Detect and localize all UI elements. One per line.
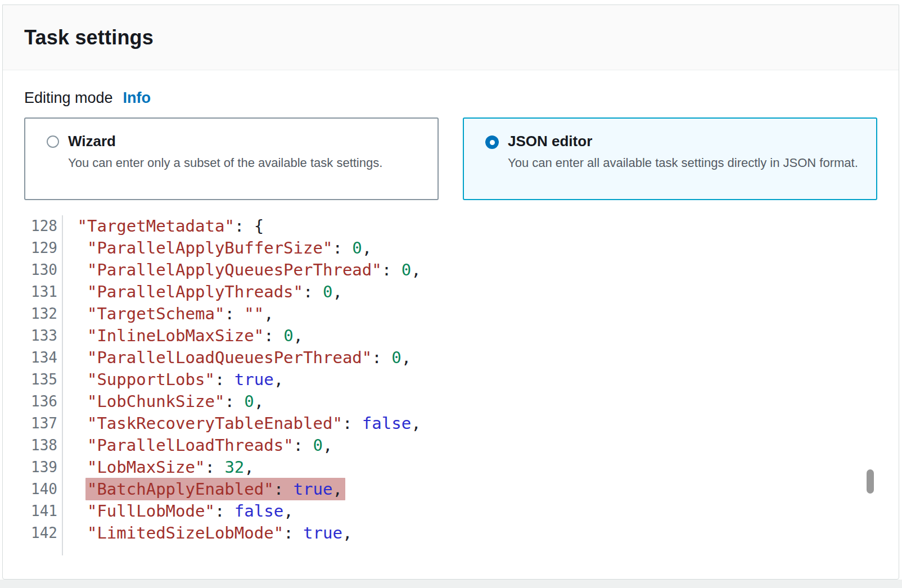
editing-mode-options: Wizard You can enter only a subset of th… — [24, 117, 877, 200]
json-key: LimitedSizeLobMode — [87, 523, 283, 542]
option-tile-wizard[interactable]: Wizard You can enter only a subset of th… — [24, 117, 439, 200]
json-key: FullLobMode — [87, 501, 215, 521]
option-title: Wizard — [68, 132, 382, 150]
radio-unselected-icon[interactable] — [47, 135, 59, 148]
code-text[interactable]: SupportLobs: true, — [63, 369, 283, 391]
code-text[interactable]: ParallelLoadQueuesPerThread: 0, — [63, 347, 411, 369]
json-value: 0 — [402, 260, 411, 279]
page-background-strip — [0, 580, 902, 588]
line-number: 130 — [3, 259, 63, 281]
json-value: 32 — [224, 458, 244, 477]
line-number: 137 — [3, 413, 63, 435]
json-value: { — [254, 216, 264, 236]
radio-dot — [490, 140, 495, 145]
line-number: 139 — [3, 456, 63, 478]
line-number: 138 — [3, 435, 63, 456]
json-key: TaskRecoveryTableEnabled — [87, 414, 342, 433]
line-number: 135 — [3, 369, 63, 391]
json-key: ParallelLoadQueuesPerThread — [87, 348, 372, 367]
json-value: 0 — [244, 392, 254, 411]
json-value: "" — [244, 304, 264, 323]
code-text[interactable]: ParallelApplyQueuesPerThread: 0, — [63, 259, 421, 281]
json-key: ParallelApplyThreads — [87, 282, 303, 301]
code-text[interactable]: LobChunkSize: 0, — [63, 391, 264, 413]
code-line-highlighted[interactable]: 140 BatchApplyEnabled: true, — [3, 478, 899, 500]
gutter-tail — [3, 544, 899, 555]
code-text[interactable]: LimitedSizeLobMode: true, — [63, 522, 352, 544]
json-key: LobChunkSize — [87, 392, 224, 411]
json-key: TargetSchema — [87, 304, 224, 323]
option-title: JSON editor — [508, 132, 858, 150]
json-value: 0 — [313, 436, 323, 455]
json-key: LobMaxSize — [87, 458, 205, 477]
code-line[interactable]: 142 LimitedSizeLobMode: true, — [3, 522, 899, 544]
code-line[interactable]: 138 ParallelLoadThreads: 0, — [3, 435, 899, 456]
json-value: true — [294, 480, 333, 499]
code-line[interactable]: 141 FullLobMode: false, — [3, 500, 899, 522]
code-line[interactable]: 139 LobMaxSize: 32, — [3, 456, 899, 478]
code-text[interactable]: ParallelApplyThreads: 0, — [63, 281, 342, 303]
option-text: JSON editor You can enter all available … — [508, 132, 858, 186]
scrollbar-thumb[interactable] — [867, 469, 874, 494]
code-line[interactable]: 128 TargetMetadata: { — [3, 215, 899, 237]
line-number: 134 — [3, 347, 63, 369]
code-line[interactable]: 129 ParallelApplyBufferSize: 0, — [3, 237, 899, 259]
code-line[interactable]: 132 TargetSchema: "", — [3, 303, 899, 325]
code-text[interactable]: TaskRecoveryTableEnabled: false, — [63, 413, 421, 435]
option-text: Wizard You can enter only a subset of th… — [68, 132, 382, 186]
json-key: InlineLobMaxSize — [87, 326, 264, 345]
line-number: 142 — [3, 522, 63, 544]
code-text[interactable]: FullLobMode: false, — [63, 500, 294, 522]
json-code-editor[interactable]: 128 TargetMetadata: { 129 ParallelApplyB… — [3, 215, 899, 555]
code-line[interactable]: 134 ParallelLoadQueuesPerThread: 0, — [3, 347, 899, 369]
json-value: true — [303, 523, 342, 542]
json-key: ParallelLoadThreads — [87, 436, 294, 455]
line-number: 129 — [3, 237, 63, 259]
code-line[interactable]: 136 LobChunkSize: 0, — [3, 391, 899, 413]
json-value: false — [362, 414, 411, 433]
line-number: 132 — [3, 303, 63, 325]
option-description: You can enter all available task setting… — [508, 154, 858, 171]
code-text[interactable]: TargetSchema: "", — [63, 303, 274, 325]
editing-mode-row: Editing mode Info — [3, 89, 899, 107]
json-value: 0 — [352, 238, 362, 257]
task-settings-panel: Task settings Editing mode Info Wizard Y… — [2, 4, 899, 580]
json-key: SupportLobs — [87, 370, 215, 389]
option-description: You can enter only a subset of the avail… — [68, 154, 382, 171]
json-key: ParallelApplyQueuesPerThread — [87, 260, 382, 279]
code-text[interactable]: InlineLobMaxSize: 0, — [63, 325, 303, 347]
info-link[interactable]: Info — [123, 89, 151, 107]
highlighted-code[interactable]: BatchApplyEnabled: true, — [85, 478, 345, 500]
json-value: 0 — [323, 282, 332, 301]
panel-header: Task settings — [3, 5, 899, 70]
code-line[interactable]: 131 ParallelApplyThreads: 0, — [3, 281, 899, 303]
code-text[interactable]: LobMaxSize: 32, — [63, 456, 254, 478]
code-text[interactable]: ParallelApplyBufferSize: 0, — [63, 237, 372, 259]
json-value: true — [234, 370, 274, 389]
editing-mode-label: Editing mode — [24, 89, 113, 107]
code-text[interactable]: TargetMetadata: { — [63, 215, 264, 237]
panel-content: Editing mode Info Wizard You can enter o… — [3, 70, 899, 555]
json-key: BatchApplyEnabled — [87, 480, 274, 499]
page-title: Task settings — [24, 26, 154, 49]
line-number: 128 — [3, 215, 63, 237]
code-line[interactable]: 130 ParallelApplyQueuesPerThread: 0, — [3, 259, 899, 281]
json-key: ParallelApplyBufferSize — [87, 238, 333, 257]
json-key: TargetMetadata — [77, 216, 234, 236]
json-value: false — [234, 501, 283, 521]
line-number: 140 — [3, 478, 63, 500]
code-line[interactable]: 137 TaskRecoveryTableEnabled: false, — [3, 413, 899, 435]
option-tile-json-editor[interactable]: JSON editor You can enter all available … — [463, 117, 877, 200]
line-number: 131 — [3, 281, 63, 303]
json-value: 0 — [391, 348, 401, 367]
line-number: 136 — [3, 391, 63, 413]
code-line[interactable]: 135 SupportLobs: true, — [3, 369, 899, 391]
code-text[interactable]: ParallelLoadThreads: 0, — [63, 435, 332, 456]
line-number: 141 — [3, 500, 63, 522]
json-value: 0 — [283, 326, 293, 345]
radio-selected-icon[interactable] — [485, 135, 499, 149]
code-line[interactable]: 133 InlineLobMaxSize: 0, — [3, 325, 899, 347]
line-number: 133 — [3, 325, 63, 347]
code-text[interactable]: BatchApplyEnabled: true, — [63, 478, 345, 500]
